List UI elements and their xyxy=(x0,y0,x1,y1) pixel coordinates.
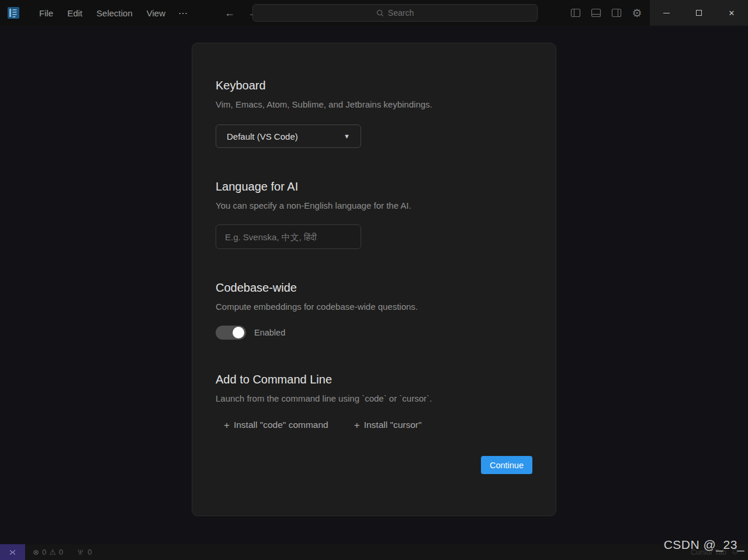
continue-button[interactable]: Continue xyxy=(481,456,532,474)
plus-icon: + xyxy=(354,420,360,430)
keyboard-dropdown-value: Default (VS Code) xyxy=(227,132,298,141)
settings-panel: Keyboard Vim, Emacs, Atom, Sublime, and … xyxy=(192,43,556,516)
search-placeholder: Search xyxy=(388,8,414,18)
errors-count: 0 xyxy=(42,548,46,556)
toggle-primary-sidebar-icon[interactable] xyxy=(570,7,581,19)
warnings-count: 0 xyxy=(59,548,63,556)
titlebar: File Edit Selection View ⋯ ← → Search ⚙ xyxy=(0,0,748,26)
codebase-toggle[interactable] xyxy=(216,326,246,340)
minimize-button[interactable] xyxy=(650,0,683,26)
install-code-command-link[interactable]: + Install "code" command xyxy=(224,420,328,430)
remote-window-icon xyxy=(8,548,17,556)
codebase-title: Codebase-wide xyxy=(216,279,532,296)
warning-icon: ⚠ xyxy=(49,548,56,556)
gear-glyph: ⚙ xyxy=(632,8,642,19)
toggle-secondary-sidebar-icon[interactable] xyxy=(611,7,622,19)
language-subtitle: You can specify a non-English language f… xyxy=(216,199,532,212)
keyboard-dropdown[interactable]: Default (VS Code) ▼ xyxy=(216,125,361,148)
menubar: File Edit Selection View ⋯ xyxy=(32,5,194,21)
minimize-icon xyxy=(663,13,670,13)
ports-count: 0 xyxy=(88,548,92,556)
menu-file[interactable]: File xyxy=(32,6,60,20)
menu-selection[interactable]: Selection xyxy=(89,6,140,20)
layout-controls: ⚙ xyxy=(570,0,643,26)
toggle-panel-icon[interactable] xyxy=(590,7,602,19)
app-logo-icon xyxy=(8,6,19,19)
keyboard-title: Keyboard xyxy=(216,77,532,94)
install-cursor-link[interactable]: + Install "cursor" xyxy=(354,420,422,430)
search-icon xyxy=(376,9,384,17)
maximize-button[interactable] xyxy=(683,0,715,26)
back-arrow-icon[interactable]: ← xyxy=(222,6,237,19)
menu-view[interactable]: View xyxy=(140,6,172,20)
cli-links: + Install "code" command + Install "curs… xyxy=(224,420,532,430)
settings-gear-icon[interactable]: ⚙ xyxy=(631,7,643,19)
cli-subtitle: Launch from the command line using `code… xyxy=(216,392,532,405)
keyboard-subtitle: Vim, Emacs, Atom, Sublime, and Jetbrains… xyxy=(216,98,532,110)
problems-indicator[interactable]: ⊗ 0 ⚠ 0 0 xyxy=(33,548,92,556)
codebase-toggle-row: Enabled xyxy=(216,326,532,340)
error-icon: ⊗ xyxy=(33,548,39,556)
search-input[interactable]: Search xyxy=(252,4,538,22)
codebase-toggle-label: Enabled xyxy=(254,328,285,337)
codebase-subtitle: Compute embeddings for codebase-wide que… xyxy=(216,300,532,313)
remote-indicator-button[interactable] xyxy=(0,544,25,560)
window-controls: ✕ xyxy=(650,0,748,26)
radio-tower-icon xyxy=(76,548,85,556)
language-title: Language for AI xyxy=(216,178,532,195)
maximize-icon xyxy=(696,10,702,16)
close-icon: ✕ xyxy=(729,9,735,18)
menu-edit[interactable]: Edit xyxy=(60,6,89,20)
menu-more-icon[interactable]: ⋯ xyxy=(172,5,194,21)
cli-title: Add to Command Line xyxy=(216,371,532,388)
csdn-watermark: CSDN @_23_ xyxy=(664,538,744,552)
chevron-down-icon: ▼ xyxy=(344,133,350,140)
statusbar: ⊗ 0 ⚠ 0 0 Cursor Tab xyxy=(0,544,748,560)
close-button[interactable]: ✕ xyxy=(715,0,748,26)
plus-icon: + xyxy=(224,420,230,430)
install-code-label: Install "code" command xyxy=(234,420,328,430)
install-cursor-label: Install "cursor" xyxy=(364,420,422,430)
language-input[interactable] xyxy=(216,224,361,249)
toggle-knob xyxy=(233,327,244,338)
